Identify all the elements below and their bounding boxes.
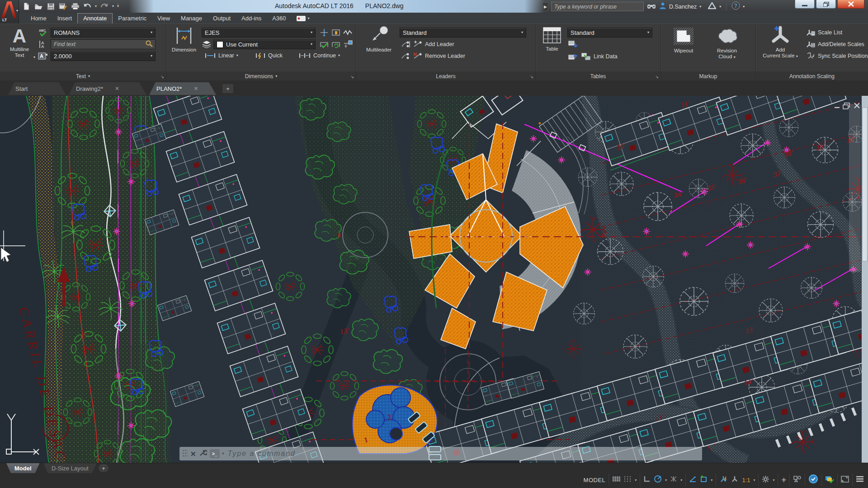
file-tab-plano2[interactable]: PLANO2*✕ xyxy=(149,82,216,95)
sync-scale-positions-button[interactable]: Sync Scale Positions xyxy=(806,52,868,60)
text-align-icon[interactable]: AA xyxy=(38,39,48,49)
layout-tab-dsize[interactable]: D-Size Layout xyxy=(43,463,97,473)
tab-parametric[interactable]: Parametric xyxy=(113,14,152,23)
wipeout-button[interactable]: Wipeout xyxy=(667,26,700,54)
appmenu-dropdown-icon[interactable]: ▾ xyxy=(16,9,18,13)
isodraft-icon[interactable] xyxy=(670,475,677,484)
layout-tab-model[interactable]: Model xyxy=(6,463,40,473)
osnap-dropdown-icon[interactable]: ▾ xyxy=(711,478,712,482)
scale-list-button[interactable]: Scale List xyxy=(806,28,842,37)
table-style-combo[interactable]: Standard▾ xyxy=(567,28,652,38)
new-drawing-tab-button[interactable]: + xyxy=(222,84,233,93)
tables-panel-launcher-icon[interactable]: ↘ xyxy=(655,75,659,79)
dimension-button[interactable]: Dimension xyxy=(169,26,199,53)
object-snap-tracking-icon[interactable] xyxy=(689,476,697,484)
ortho-mode-icon[interactable] xyxy=(643,475,651,484)
open-file-icon[interactable] xyxy=(34,2,43,11)
dim-break-icon[interactable] xyxy=(319,28,329,38)
tables-panel-label[interactable]: Tables xyxy=(536,71,660,81)
a360-dropdown-icon[interactable]: ▾ xyxy=(719,5,721,9)
fullscreen-icon[interactable] xyxy=(841,476,849,484)
object-snap-icon[interactable] xyxy=(700,475,708,484)
tab-manage[interactable]: Manage xyxy=(175,14,208,23)
workspace-dropdown-icon[interactable]: ▾ xyxy=(773,478,774,482)
annotation-scaling-panel-label[interactable]: Annotation Scaling xyxy=(756,71,868,81)
dim-adjust-icon[interactable] xyxy=(331,28,341,38)
tab-a360[interactable]: A360 xyxy=(267,14,291,23)
search-collapse-icon[interactable]: ▶ xyxy=(542,2,548,11)
extract-data-icon[interactable] xyxy=(567,39,577,49)
leader-style-combo[interactable]: Standard▾ xyxy=(400,28,526,38)
multileader-button[interactable]: Multileader xyxy=(362,26,396,53)
close-tab-icon[interactable]: ✕ xyxy=(193,85,198,92)
drawing-canvas[interactable]: CARRIL DE DESACE 10'11'34'35'36'37'38'39… xyxy=(0,96,868,463)
restore-button[interactable] xyxy=(816,0,836,9)
revcloud-dropdown-icon[interactable]: ▾ xyxy=(734,55,736,59)
snap-dropdown-icon[interactable]: ▾ xyxy=(635,478,637,482)
tab-annotate[interactable]: Annotate xyxy=(77,13,113,23)
cmdbar-customize-icon[interactable] xyxy=(199,449,207,459)
isolate-objects-icon[interactable] xyxy=(793,475,802,484)
isodraft-dropdown-icon[interactable]: ▾ xyxy=(680,478,682,482)
text-height-combo[interactable]: 2.0000▾ xyxy=(51,51,156,61)
cmdbar-close-icon[interactable]: ✕ xyxy=(190,450,196,457)
tab-home[interactable]: Home xyxy=(25,14,52,23)
dimensions-panel-launcher-icon[interactable]: ↘ xyxy=(350,75,354,79)
snap-mode-icon[interactable] xyxy=(623,475,632,484)
command-line-bar[interactable]: ✕ >_ ▾ xyxy=(179,447,702,460)
text-style-icon[interactable]: A xyxy=(38,51,48,61)
multiline-text-button[interactable]: A Multiline Text xyxy=(5,26,34,58)
text-style-combo[interactable]: ROMANS▾ xyxy=(51,28,156,38)
dimensions-panel-label[interactable]: Dimensions▾ xyxy=(166,71,356,81)
annotation-monitor-icon[interactable]: + xyxy=(781,476,786,484)
application-menu-button[interactable]: LT ▾ xyxy=(0,0,19,23)
tab-view[interactable]: View xyxy=(152,14,175,23)
revision-cloud-button[interactable]: Revision Cloud ▾ xyxy=(704,26,750,60)
continue-dimension-button[interactable]: Continue▾ xyxy=(298,52,340,59)
linear-button[interactable]: Linear▾ xyxy=(204,52,238,59)
help-dropdown-icon[interactable]: ▾ xyxy=(743,5,745,9)
file-tab-drawing2[interactable]: Drawing2*✕ xyxy=(69,82,146,95)
table-button[interactable]: Table xyxy=(540,26,564,52)
spell-check-icon[interactable]: ABC xyxy=(38,28,48,38)
user-dropdown-icon[interactable]: ▾ xyxy=(699,5,701,9)
command-input[interactable] xyxy=(227,449,699,458)
file-tab-start[interactable]: Start xyxy=(8,82,66,95)
autoscale-icon[interactable] xyxy=(731,475,739,485)
add-current-scale-button[interactable]: Add Current Scale ▾ xyxy=(759,26,802,59)
recent-commands-icon[interactable]: ▾ xyxy=(222,452,224,455)
polar-tracking-icon[interactable] xyxy=(654,475,662,485)
grid-display-icon[interactable] xyxy=(612,475,620,484)
quick-dimension-button[interactable]: Quick xyxy=(255,52,283,59)
user-icon[interactable] xyxy=(659,2,666,11)
markup-panel-label[interactable]: Markup xyxy=(661,71,755,81)
dim-layer-icon[interactable] xyxy=(202,39,212,49)
plot-icon[interactable] xyxy=(71,2,80,11)
model-space-button[interactable]: MODEL xyxy=(580,474,609,486)
polar-dropdown-icon[interactable]: ▾ xyxy=(665,478,667,482)
cmdbar-drag-handle[interactable] xyxy=(182,449,188,458)
leaders-panel-launcher-icon[interactable]: ↘ xyxy=(530,75,533,79)
find-text-search-icon[interactable] xyxy=(145,40,153,49)
new-file-icon[interactable] xyxy=(22,2,31,11)
minimize-button[interactable] xyxy=(795,0,815,9)
leaders-panel-label[interactable]: Leaders xyxy=(356,71,535,81)
tab-insert[interactable]: Insert xyxy=(52,14,78,23)
remove-leader-button[interactable]: Remove Leader xyxy=(401,52,465,60)
search-input[interactable] xyxy=(551,2,644,11)
user-name[interactable]: D.Sanchez xyxy=(669,4,697,10)
undo-icon[interactable] xyxy=(83,2,92,11)
dim-layer-combo[interactable]: Use Current▾ xyxy=(213,39,316,49)
new-layout-button[interactable]: + xyxy=(99,464,108,472)
dim-override-icon[interactable] xyxy=(343,39,353,49)
graphics-performance-icon[interactable] xyxy=(808,474,818,486)
redo-dropdown-icon[interactable]: ▾ xyxy=(112,5,114,8)
annotation-scale-value[interactable]: 1:1 xyxy=(742,477,750,483)
screen-icon[interactable]: ▾ xyxy=(292,14,314,23)
dim-reassociate-icon[interactable] xyxy=(331,39,341,49)
close-tab-icon[interactable]: ✕ xyxy=(115,85,119,92)
find-text-input[interactable] xyxy=(53,41,145,48)
scale-dropdown-icon[interactable]: ▾ xyxy=(753,478,755,482)
scrollbar-thumb[interactable] xyxy=(863,108,868,261)
dim-update-icon[interactable] xyxy=(319,39,329,49)
